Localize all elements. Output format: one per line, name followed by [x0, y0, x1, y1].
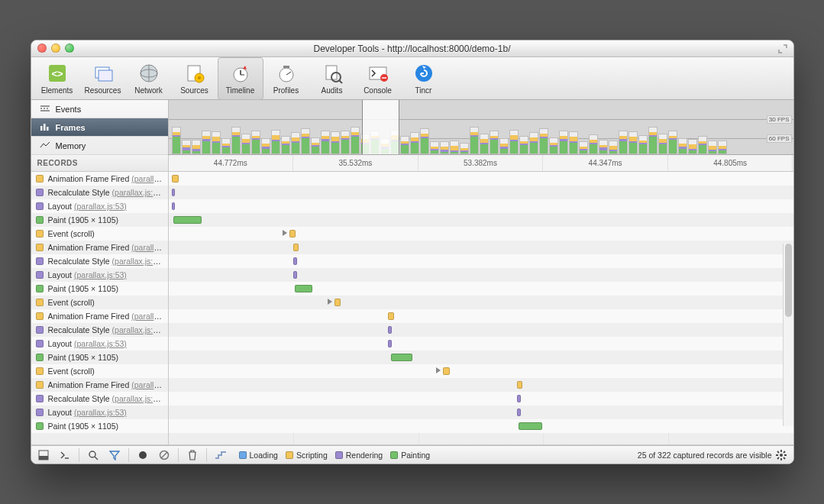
disclosure-icon[interactable]: [326, 298, 334, 305]
record-name: Animation Frame Fired (parallax…: [48, 380, 163, 389]
toolbar-console-button[interactable]: Console: [355, 57, 401, 100]
overview-bar: [678, 138, 687, 154]
record-gantt-row: [169, 351, 793, 364]
devtools-window: Developer Tools - http://localhost:8000/…: [31, 40, 794, 464]
search-icon[interactable]: [86, 447, 101, 463]
record-bar[interactable]: [334, 299, 341, 306]
record-name: Animation Frame Fired (parallax…: [48, 174, 163, 183]
record-row[interactable]: Layout (parallax.js:53): [31, 405, 168, 419]
overview-canvas[interactable]: 30 FPS 60 FPS: [169, 100, 793, 154]
toolbar-resources-button[interactable]: Resources: [80, 57, 126, 100]
fps-30-label: 30 FPS: [767, 115, 792, 124]
record-category-swatch: [36, 175, 44, 183]
toolbar-timeline-button[interactable]: Timeline: [218, 57, 263, 100]
gear-icon[interactable]: [774, 447, 789, 463]
close-icon[interactable]: [37, 44, 47, 53]
clear-button[interactable]: [157, 447, 172, 463]
records-list[interactable]: Animation Frame Fired (parallax…Recalcul…: [31, 172, 169, 444]
record-bar[interactable]: [388, 312, 393, 320]
record-gantt-row: [169, 268, 793, 282]
overview-bar: [281, 136, 290, 154]
timeline-view-tabs: EventsFramesMemory: [31, 100, 169, 154]
toolbar-tincr-button[interactable]: Tincr: [401, 57, 447, 100]
zoom-icon[interactable]: [65, 44, 74, 53]
record-gantt-row: [169, 227, 793, 241]
overview-bar: [470, 127, 479, 154]
record-bar[interactable]: [517, 381, 522, 389]
toolbar-sources-button[interactable]: Sources: [172, 57, 218, 100]
record-row[interactable]: Animation Frame Fired (parallax…: [31, 172, 168, 186]
toolbar-audits-button[interactable]: Audits: [309, 57, 355, 100]
record-bar[interactable]: [388, 340, 392, 347]
garbage-collect-button[interactable]: [185, 447, 200, 463]
record-row[interactable]: Paint (1905 × 1105): [31, 351, 168, 364]
record-bar[interactable]: [517, 395, 521, 402]
record-bar[interactable]: [388, 326, 392, 334]
record-row[interactable]: Layout (parallax.js:53): [31, 268, 168, 282]
disclosure-icon[interactable]: [281, 229, 289, 237]
record-name: Recalculate Style (parallax.js:53): [48, 325, 163, 334]
record-row[interactable]: Event (scroll): [31, 364, 168, 378]
overview-selection[interactable]: [362, 100, 399, 154]
sidetab-frames[interactable]: Frames: [31, 118, 168, 137]
record-row[interactable]: Animation Frame Fired (parallax…: [31, 378, 168, 392]
record-bar[interactable]: [443, 367, 449, 375]
sidetab-memory[interactable]: Memory: [31, 137, 168, 155]
record-bar[interactable]: [519, 422, 542, 430]
record-gantt-row: [169, 419, 793, 433]
record-bar[interactable]: [391, 354, 413, 361]
record-bar[interactable]: [289, 230, 296, 237]
overview-bar: [202, 131, 211, 154]
record-name: Recalculate Style (parallax.js:53): [48, 257, 163, 266]
overview-bar: [589, 134, 598, 154]
record-bar[interactable]: [293, 271, 297, 279]
minimize-icon[interactable]: [51, 44, 60, 53]
record-name: Layout (parallax.js:53): [48, 270, 127, 279]
glue-button[interactable]: [213, 447, 228, 463]
scrollbar-thumb[interactable]: [785, 244, 792, 317]
record-row[interactable]: Recalculate Style (parallax.js:53): [31, 323, 168, 337]
fullscreen-icon[interactable]: [778, 44, 787, 53]
record-row[interactable]: Layout (parallax.js:53): [31, 199, 168, 213]
records-gantt[interactable]: [169, 172, 793, 444]
record-bar[interactable]: [293, 244, 299, 251]
record-row[interactable]: Paint (1905 × 1105): [31, 282, 168, 296]
record-row[interactable]: Recalculate Style (parallax.js:53): [31, 392, 168, 405]
overview-bar: [559, 131, 568, 154]
record-row[interactable]: Layout (parallax.js:53): [31, 337, 168, 351]
record-row[interactable]: Event (scroll): [31, 227, 168, 241]
vertical-scrollbar[interactable]: [783, 244, 793, 426]
record-row[interactable]: Paint (1905 × 1105): [31, 213, 168, 227]
record-row[interactable]: Animation Frame Fired (parallax…: [31, 241, 168, 254]
audits-icon: [321, 62, 344, 85]
filter-icon[interactable]: [107, 447, 122, 463]
overview-bar: [619, 131, 628, 154]
toolbar-profiles-button[interactable]: Profiles: [263, 57, 309, 100]
record-bar[interactable]: [172, 175, 179, 183]
record-name: Animation Frame Fired (parallax…: [48, 312, 163, 321]
toolbar-network-button[interactable]: Network: [126, 57, 172, 100]
record-name: Event (scroll): [48, 298, 95, 307]
record-row[interactable]: Event (scroll): [31, 296, 168, 309]
time-column: 44.347ms: [543, 155, 668, 171]
record-row[interactable]: Paint (1905 × 1105): [31, 419, 168, 433]
record-bar[interactable]: [173, 216, 202, 224]
show-console-button[interactable]: [57, 447, 73, 463]
record-name: Layout (parallax.js:53): [48, 408, 127, 417]
disclosure-icon[interactable]: [435, 367, 442, 374]
record-name: Layout (parallax.js:53): [48, 202, 127, 211]
dock-toggle-button[interactable]: [36, 447, 51, 463]
record-row[interactable]: Animation Frame Fired (parallax…: [31, 309, 168, 323]
record-button[interactable]: [135, 447, 150, 463]
record-bar[interactable]: [172, 189, 176, 196]
toolbar-elements-button[interactable]: <>Elements: [34, 57, 80, 100]
overview-strip: EventsFramesMemory 30 FPS 60 FPS: [31, 100, 793, 155]
overview-bar: [212, 131, 221, 154]
sidetab-events[interactable]: Events: [31, 100, 168, 118]
record-row[interactable]: Recalculate Style (parallax.js:53): [31, 186, 168, 199]
record-bar[interactable]: [172, 202, 176, 210]
record-row[interactable]: Recalculate Style (parallax.js:53): [31, 254, 168, 268]
record-bar[interactable]: [295, 285, 312, 292]
record-bar[interactable]: [293, 257, 297, 265]
record-bar[interactable]: [517, 409, 521, 416]
